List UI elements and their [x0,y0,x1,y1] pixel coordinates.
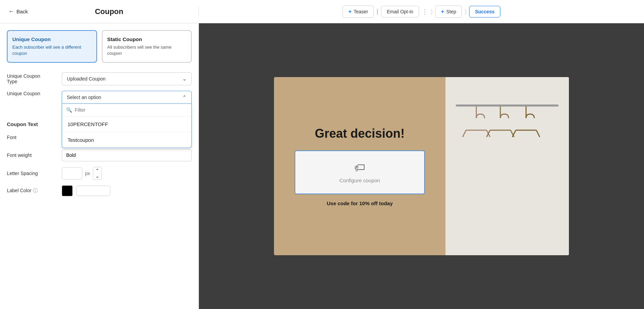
step-plus-icon: + [441,9,444,15]
static-coupon-title: Static Coupon [107,36,187,42]
email-optin-label: Email Opt-in [387,9,413,14]
coupon-type-row-form: Unique CouponType Uploaded Coupon ⌄ [7,72,192,85]
preview-left: Great decision! 🏷 Configure coupon Use c… [274,77,445,255]
unique-coupon-label: Unique Coupon [7,91,62,96]
letter-spacing-input[interactable]: 0 [62,167,82,180]
app-layout: ← Back Coupon + Teaser | Email Opt-in ⋮ … [0,0,644,309]
color-hex-input[interactable]: #000000 [76,186,110,196]
dropdown-filter-row: 🔍 [62,104,191,116]
coupon-type-value: Uploaded Coupon [67,76,106,82]
success-step-button[interactable]: Success [469,6,500,17]
letter-spacing-unit: px [85,171,90,176]
coupon-tag-icon: 🏷 [354,161,365,174]
svg-rect-1 [456,104,559,107]
dropdown-filter-input[interactable] [75,107,187,113]
step-label: Step [446,9,456,14]
unique-coupon-desc: Each subscriber will see a different cou… [12,44,92,57]
label-color-label: Label Color ⓘ [7,188,62,194]
preview-heading: Great decision! [315,126,405,141]
font-weight-row: Font weight Bold Normal Light [7,149,192,161]
coupon-type-select-wrapper: Uploaded Coupon ⌄ [62,72,192,85]
unique-coupon-title: Unique Coupon [12,36,92,42]
color-swatch[interactable] [62,185,73,196]
static-coupon-card[interactable]: Static Coupon All subscribers will see t… [102,30,192,63]
back-label: Back [16,9,28,14]
chevron-right-icon-2: 〉 [465,9,466,15]
teaser-step-label: Teaser [354,9,368,14]
font-weight-select-wrapper: Bold Normal Light [62,149,192,161]
label-color-controls: #000000 [62,185,192,196]
font-weight-select[interactable]: Bold Normal Light [62,149,192,161]
color-row-inner: #000000 [62,185,192,196]
coupon-type-row: Unique Coupon Each subscriber will see a… [7,30,192,63]
unique-coupon-row: Unique Coupon Select an option ⌃ 🔍 10PER… [7,91,192,104]
preview-container: Great decision! 🏷 Configure coupon Use c… [274,77,569,255]
main-content: Unique Coupon Each subscriber will see a… [0,23,644,309]
right-panel-preview: Great decision! 🏷 Configure coupon Use c… [199,23,644,309]
unique-coupon-placeholder: Select an option [67,95,101,100]
preview-right [445,77,569,255]
static-coupon-desc: All subscribers will see the same coupon [107,44,187,57]
spinner-up-icon: ⌃ [95,168,99,173]
letter-spacing-label: Letter Spacing [7,171,62,176]
letter-spacing-controls: 0 px ⌃ ⌄ [62,167,192,180]
separator-1: | [377,8,378,15]
left-panel: Unique Coupon Each subscriber will see a… [0,23,199,309]
dropdown-search-icon: 🔍 [66,107,72,113]
dropdown-item-1[interactable]: Testcoupon [62,132,191,148]
chevron-right-icon-1: 〉 [431,9,432,15]
back-button[interactable]: ← Back [8,8,28,15]
letter-spacing-spinner[interactable]: ⌃ ⌄ [93,167,102,180]
header-nav: + Teaser | Email Opt-in ⋮ 〉 + Step 〉 Suc… [199,5,644,18]
add-step-button[interactable]: + Step [435,5,462,18]
step-dots-icon[interactable]: ⋮ [422,8,428,15]
configure-coupon-label: Configure coupon [339,177,380,183]
success-label: Success [475,9,494,14]
unique-coupon-dropdown-menu: 🔍 10PERCENTOFF Testcoupon [62,104,192,148]
info-icon[interactable]: ⓘ [33,188,38,193]
coupon-type-select[interactable]: Uploaded Coupon ⌄ [62,72,192,85]
teaser-plus-icon: + [348,9,351,15]
spinner-down-icon: ⌄ [95,173,99,179]
configure-coupon-box[interactable]: 🏷 Configure coupon [295,150,425,194]
preview-subtext: Use code for 10% off today [327,200,393,206]
unique-coupon-select[interactable]: Select an option ⌃ [62,91,192,104]
chevron-down-icon: ⌄ [182,76,187,82]
page-title: Coupon [28,7,190,16]
header: ← Back Coupon + Teaser | Email Opt-in ⋮ … [0,0,644,23]
unique-coupon-dropdown-wrapper: Select an option ⌃ 🔍 10PERCENTOFF Testco… [62,91,192,104]
dropdown-item-0[interactable]: 10PERCENTOFF [62,116,191,132]
font-weight-label: Font weight [7,152,62,158]
letter-spacing-row: Letter Spacing 0 px ⌃ ⌄ [7,167,192,180]
email-optin-step-button[interactable]: Email Opt-in [381,6,419,17]
chevron-up-icon: ⌃ [182,95,187,100]
coupon-type-label: Unique CouponType [7,73,62,84]
label-color-row: Label Color ⓘ #000000 [7,185,192,196]
font-label: Font [7,135,62,140]
letter-spacing-inner: 0 px ⌃ ⌄ [62,167,192,180]
teaser-step-button[interactable]: + Teaser [343,5,374,18]
unique-coupon-card[interactable]: Unique Coupon Each subscriber will see a… [7,30,97,63]
hangers-svg [445,77,569,255]
back-arrow-icon: ← [8,8,14,15]
svg-rect-0 [445,77,569,255]
header-left: ← Back Coupon [0,7,199,16]
